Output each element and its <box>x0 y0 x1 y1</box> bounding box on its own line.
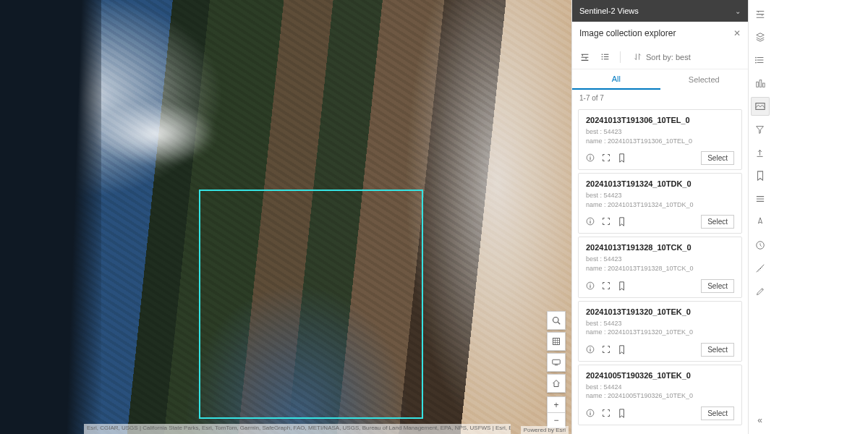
svg-rect-23 <box>762 83 765 87</box>
info-icon[interactable] <box>586 153 595 163</box>
result-card[interactable]: 20241013T191324_10TDK_0best : 54423name … <box>578 173 742 234</box>
bookmark-icon[interactable] <box>751 166 770 185</box>
select-button[interactable]: Select <box>701 151 734 165</box>
svg-point-18 <box>755 57 757 59</box>
view-toggle-button[interactable] <box>547 353 566 372</box>
svg-point-6 <box>601 56 603 58</box>
svg-point-11 <box>590 220 590 221</box>
clock-icon[interactable] <box>751 236 770 255</box>
svg-rect-3 <box>553 359 561 364</box>
card-title: 20241005T190326_10TEK_0 <box>586 371 734 380</box>
select-button[interactable]: Select <box>701 279 734 293</box>
layer-strip[interactable]: Sentinel-2 Views ⌄ <box>572 0 748 22</box>
result-card[interactable]: 20241013T191306_10TEL_0best : 54423name … <box>578 109 742 170</box>
info-icon[interactable] <box>586 217 595 226</box>
result-count: 1-7 of 7 <box>572 90 748 106</box>
collapse-icon[interactable]: « <box>751 411 770 430</box>
zoom-to-icon[interactable] <box>602 345 610 354</box>
export-icon[interactable] <box>751 143 770 162</box>
monitor-icon <box>552 359 561 366</box>
select-button[interactable]: Select <box>701 407 734 420</box>
card-title: 20241013T191328_10TCK_0 <box>586 243 734 252</box>
result-card[interactable]: 20241013T191328_10TCK_0best : 54423name … <box>578 237 742 297</box>
card-title: 20241013T191324_10TDK_0 <box>586 179 734 188</box>
map-canvas[interactable]: + − Esri, CGIAR, USGS | California State… <box>0 0 571 434</box>
powered-by-label: Powered by Esri <box>521 426 569 434</box>
search-button[interactable] <box>547 311 566 330</box>
svg-line-1 <box>558 322 560 324</box>
results-list[interactable]: 20241013T191306_10TEL_0best : 54423name … <box>572 106 748 434</box>
card-meta: best : 54423name : 20241013T191320_10TEK… <box>586 319 734 337</box>
result-card[interactable]: 20241005T190326_10TEK_0best : 54424name … <box>578 365 742 425</box>
layers-icon[interactable] <box>751 27 770 46</box>
imagery-dark-edge <box>0 0 101 434</box>
zoom-to-icon[interactable] <box>602 153 610 163</box>
basemap-icon <box>552 337 561 346</box>
list-icon[interactable] <box>751 51 770 69</box>
zoom-to-icon[interactable] <box>602 217 610 226</box>
info-icon[interactable] <box>586 281 595 291</box>
list-view-icon[interactable] <box>600 52 610 62</box>
info-icon[interactable] <box>586 409 595 418</box>
flash-icon[interactable] <box>618 345 626 354</box>
cloud-overlay <box>94 101 217 166</box>
tab-all[interactable]: All <box>572 69 660 90</box>
stack-icon[interactable] <box>751 190 770 208</box>
sort-label: Sort by: best <box>646 53 691 61</box>
panel-title: Image collection explorer <box>579 28 676 38</box>
navigate-icon[interactable] <box>751 213 770 231</box>
chevron-down-icon[interactable]: ⌄ <box>735 7 741 15</box>
filter-settings-icon[interactable] <box>579 52 590 62</box>
svg-point-13 <box>590 284 590 284</box>
svg-point-19 <box>755 59 757 61</box>
svg-rect-2 <box>553 339 560 345</box>
card-meta: best : 54424name : 20241005T190326_10TEK… <box>586 383 734 401</box>
svg-point-0 <box>553 318 559 323</box>
select-button[interactable]: Select <box>701 215 734 229</box>
svg-point-15 <box>590 347 590 348</box>
card-meta: best : 54423name : 20241013T191306_10TEL… <box>586 127 734 145</box>
svg-point-20 <box>755 62 757 64</box>
card-meta: best : 54423name : 20241013T191328_10TCK… <box>586 255 734 273</box>
analysis-icon[interactable] <box>751 74 770 93</box>
image-explorer-panel: Sentinel-2 Views ⌄ Image collection expl… <box>571 0 748 434</box>
flash-icon[interactable] <box>618 217 626 226</box>
svg-point-5 <box>601 54 603 55</box>
flash-icon[interactable] <box>618 281 626 291</box>
app-toolbar: « <box>748 0 771 434</box>
flash-icon[interactable] <box>618 153 626 163</box>
image-explorer-icon[interactable] <box>751 97 770 116</box>
settings-icon[interactable] <box>751 4 770 23</box>
svg-rect-22 <box>760 80 762 88</box>
measure-icon[interactable] <box>751 259 770 278</box>
search-icon <box>552 316 561 325</box>
tab-selected[interactable]: Selected <box>660 69 749 90</box>
zoom-to-icon[interactable] <box>602 281 610 291</box>
sort-icon <box>634 53 642 61</box>
close-icon[interactable]: ✕ <box>733 28 741 38</box>
zoom-in-button[interactable]: + <box>547 396 566 412</box>
card-title: 20241013T191320_10TEK_0 <box>586 307 734 316</box>
card-title: 20241013T191306_10TEL_0 <box>586 116 734 124</box>
result-card[interactable]: 20241013T191320_10TEK_0best : 54423name … <box>578 301 742 362</box>
zoom-to-icon[interactable] <box>602 409 610 418</box>
select-button[interactable]: Select <box>701 343 734 357</box>
svg-point-9 <box>590 156 590 156</box>
svg-rect-21 <box>756 82 758 87</box>
sort-dropdown[interactable]: Sort by: best <box>634 53 691 61</box>
funnel-filter-icon[interactable] <box>751 120 770 139</box>
flash-icon[interactable] <box>618 409 626 418</box>
edit-icon[interactable] <box>751 282 770 301</box>
info-icon[interactable] <box>586 345 595 354</box>
home-icon <box>552 379 561 388</box>
svg-point-17 <box>590 411 590 412</box>
layer-title: Sentinel-2 Views <box>579 7 639 15</box>
basemap-button[interactable] <box>547 332 566 351</box>
map-attribution: Esri, CGIAR, USGS | California State Par… <box>84 424 511 434</box>
card-meta: best : 54423name : 20241013T191324_10TDK… <box>586 191 734 209</box>
svg-point-7 <box>601 59 603 60</box>
home-button[interactable] <box>547 374 566 393</box>
